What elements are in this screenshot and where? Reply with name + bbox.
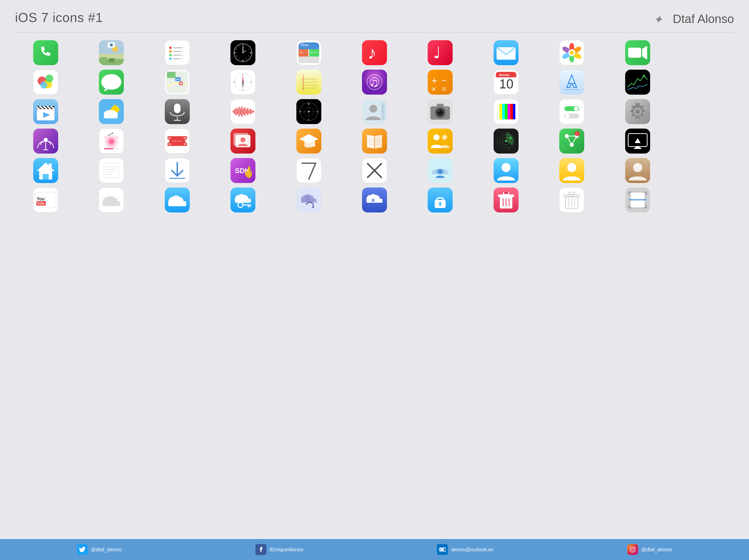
home-icon[interactable] <box>33 158 58 183</box>
svg-text:10: 10 <box>235 48 237 50</box>
icloud-white-icon[interactable] <box>99 188 124 213</box>
app-store-icon[interactable] <box>559 70 584 94</box>
ticket-icon[interactable] <box>165 129 190 154</box>
svg-text:−: − <box>442 76 446 85</box>
scanner-icon[interactable] <box>625 188 650 213</box>
svg-point-242 <box>313 144 315 147</box>
phone-icon[interactable] <box>33 40 58 65</box>
svg-rect-260 <box>559 129 584 154</box>
svg-point-259 <box>510 137 512 139</box>
trash-red-icon[interactable] <box>494 188 518 213</box>
svg-rect-233 <box>184 137 186 139</box>
itunes-store-icon[interactable]: ♫ <box>362 70 387 94</box>
svg-text:W: W <box>299 110 301 113</box>
icon-cell <box>607 40 668 65</box>
find-friends-icon[interactable] <box>428 129 453 154</box>
podcast-icon[interactable] <box>33 129 58 154</box>
news-icon[interactable]: TRAVEL Dews ART SPORTS <box>296 40 321 65</box>
icon-cell: You Tube <box>15 188 76 213</box>
facetime-icon[interactable] <box>625 40 650 65</box>
calendar-icon[interactable]: Monday 10 <box>494 70 518 94</box>
svg-point-79 <box>45 74 53 82</box>
voice-memos-icon[interactable] <box>231 99 255 124</box>
svg-text:=: = <box>442 84 447 93</box>
mail-icon[interactable] <box>494 40 518 65</box>
svg-text:♩: ♩ <box>433 43 441 62</box>
sdk-icon[interactable]: SDK <box>231 158 255 183</box>
svg-text:10: 10 <box>499 77 513 91</box>
music-icon[interactable]: ♪ <box>362 40 387 65</box>
instagram-handle: @dtaf_alonso <box>641 547 672 553</box>
svg-point-126 <box>643 75 645 77</box>
safari-icon[interactable]: N S E W <box>231 70 255 94</box>
svg-text:♪: ♪ <box>367 43 377 63</box>
svg-rect-202 <box>510 104 513 120</box>
camera-roll-icon[interactable] <box>99 40 124 65</box>
icon-cell <box>410 188 471 213</box>
svg-text:TRAVEL: TRAVEL <box>300 44 309 46</box>
airdrop-icon[interactable] <box>428 158 453 183</box>
downloads-icon[interactable] <box>165 158 190 183</box>
icloud-lock-icon[interactable] <box>428 188 453 213</box>
osx-icon[interactable] <box>362 158 387 183</box>
twitter-handle: @dtaf_alonso <box>91 547 122 553</box>
icon-cell <box>278 188 339 213</box>
tv-out-icon[interactable] <box>494 99 518 124</box>
maps-icon[interactable]: 280 <box>165 70 190 94</box>
icon-cell <box>607 70 668 94</box>
multiplayer-icon[interactable]: ! <box>559 129 584 154</box>
reminders-icon[interactable] <box>165 40 190 65</box>
messages-icon[interactable] <box>99 70 124 94</box>
icon-cell: ♪ <box>344 40 405 65</box>
svg-point-222 <box>105 136 106 138</box>
icon-cell: TRAVEL Dews ART SPORTS <box>278 40 339 65</box>
compass-icon[interactable]: N S E W <box>296 99 321 124</box>
svg-point-10 <box>111 44 112 46</box>
icon-cell <box>541 70 602 94</box>
youtube-icon[interactable]: You Tube <box>33 188 58 213</box>
photos-icon[interactable] <box>559 40 584 65</box>
stocks-icon[interactable] <box>625 70 650 94</box>
camera-icon[interactable] <box>428 99 453 124</box>
icloud-blue-icon[interactable] <box>165 188 190 213</box>
graduation-icon[interactable] <box>296 129 321 154</box>
game-center-icon[interactable] <box>33 70 58 94</box>
svg-point-221 <box>112 133 113 134</box>
siri-icon[interactable] <box>165 99 190 124</box>
airplay-icon[interactable] <box>625 129 650 154</box>
svg-point-208 <box>565 114 570 119</box>
notes-icon[interactable] <box>296 70 321 94</box>
icon-cell <box>147 188 208 213</box>
ios7-icon[interactable] <box>296 158 321 183</box>
weather-icon[interactable] <box>99 99 124 124</box>
svg-text:E: E <box>317 110 318 113</box>
icon-cell <box>475 129 537 154</box>
contacts-gray-icon[interactable]: A B C <box>362 99 387 124</box>
settings-toggle-icon[interactable] <box>559 99 584 124</box>
svg-rect-312 <box>103 201 120 206</box>
contact-blue-icon[interactable] <box>494 158 518 183</box>
icon-cell <box>541 188 602 213</box>
find-my-phone-icon[interactable] <box>494 129 518 154</box>
icon-cell: Monday 10 <box>475 70 537 94</box>
clock-icon[interactable]: 12 6 3 9 1 2 4 5 11 10 8 7 <box>231 40 255 65</box>
icloud-restore-icon[interactable] <box>296 188 321 213</box>
ibooks-icon[interactable] <box>362 129 387 154</box>
pages-icon[interactable] <box>99 158 124 183</box>
svg-rect-277 <box>43 174 49 179</box>
icloud-key-icon[interactable] <box>231 188 255 213</box>
itunes-icon[interactable]: ♩ <box>428 40 453 65</box>
contact-beige-icon[interactable] <box>625 158 650 183</box>
contacts2-icon[interactable] <box>231 129 255 154</box>
icon-cell <box>673 188 734 213</box>
contact-yellow-icon[interactable] <box>559 158 584 183</box>
calculator-icon[interactable]: + − × = <box>428 70 453 94</box>
radio-icon[interactable] <box>99 129 124 154</box>
videos-icon[interactable] <box>33 99 58 124</box>
trash-white-icon[interactable] <box>559 188 584 213</box>
icloud-store-icon[interactable]: A <box>362 188 387 213</box>
icon-cell <box>541 158 602 183</box>
footer-twitter: @dtaf_alonso <box>77 544 122 555</box>
settings-icon[interactable] <box>625 99 650 124</box>
outlook-icon: O <box>437 544 448 555</box>
